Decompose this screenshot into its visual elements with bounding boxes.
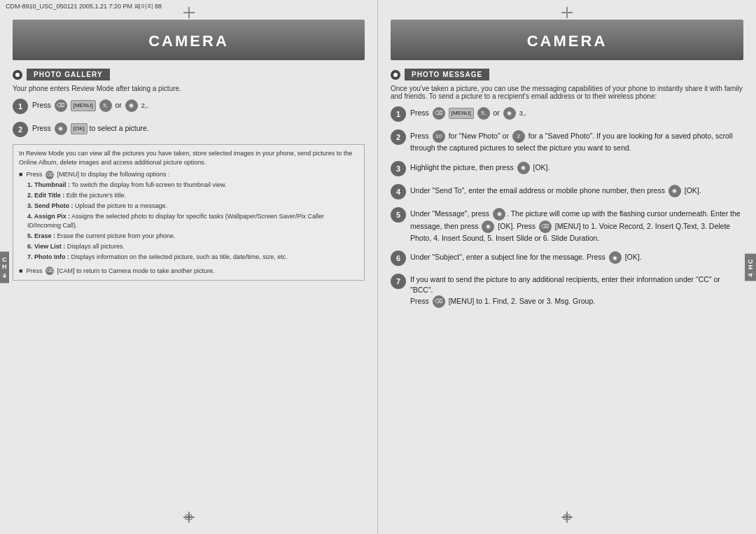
ch-label-h: H [2,262,7,269]
right-step-number-3: 3 [391,161,406,176]
ok-key-icon: ◉ [55,122,67,135]
section-title-right: PHOTO MESSAGE [405,69,489,80]
section-title: PHOTO GALLERY [27,69,110,80]
step-7-right: 7 If you want to send the picture to any… [391,273,743,307]
ch-number: 4 [3,272,6,279]
cam-icon-sm: ⌫ [46,267,54,275]
ch-label: C [2,255,7,262]
ch-r-number: 4 [747,272,754,276]
step-2-text: Press ◉ [OK] to select a picture. [32,121,365,135]
step-number-2: 2 [13,122,28,137]
key-3-right: ◉ [503,107,516,120]
info-bullet-2: ■ Press ⌫ [CAM] to return to Camera mode… [19,267,358,276]
right-step-7-text: If you want to send the picture to any a… [410,273,743,307]
left-camera-header: CAMERA [13,20,365,60]
step-6-right: 6 Under "Subject", enter a subject line … [391,250,743,266]
left-page: CAMERA PHOTO GALLERY Your phone enters R… [0,0,378,534]
list-item-6: 6. View List : Displays all pictures. [27,242,358,251]
section-subtitle: Your phone enters Review Mode after taki… [13,85,365,92]
menu-key-7: ⌫ [433,295,445,308]
section-bullet-right [391,70,400,80]
section-bullet-icon [13,70,22,80]
page-number-right: 89 [563,514,570,521]
ch-r-label: C [747,258,754,264]
step-1-text: Press ⌫ [MENU] 5, or ◉ 2,. [32,98,365,112]
right-step-3-text: Highlight the picture, then press ◉ [OK]… [410,160,743,174]
right-step-number-6: 6 [391,251,406,266]
right-step-number-1: 1 [391,106,406,122]
step-1-right: 1 Press ⌫ [MENU] 5, or ◉ 3,. [391,106,743,122]
steps-container-left: 1 Press ⌫ [MENU] 5, or ◉ 2,. 2 Press ◉ [… [13,98,365,137]
menu-key: [MENU] [71,100,96,111]
ok-key-6: ◉ [609,251,622,264]
list-item-4: 4. Assign Pix : Assigns the selected pho… [27,212,358,230]
right-camera-header: CAMERA [391,20,743,60]
right-step-5-text: Under "Message", press ◉. The picture wi… [410,206,743,244]
right-step-4-text: Under "Send To", enter the email address… [410,183,743,197]
key-5-right: 5, [477,107,490,120]
bullet-icon: ■ [19,170,22,179]
step-1-left: 1 Press ⌫ [MENU] 5, or ◉ 2,. [13,98,365,114]
ch-sidebar-left: C H 4 [0,251,9,283]
menu-key-5: ⌫ [539,220,552,233]
bullet-text: Press ⌫ [MENU] to display the following … [26,170,169,179]
bullet-icon-2: ■ [19,267,22,276]
menu-icon-sm: ⌫ [46,171,54,179]
right-step-number-4: 4 [391,184,406,199]
page-number-left: 88 [185,514,192,521]
step-4-right: 4 Under "Send To", enter the email addre… [391,183,743,199]
metadata-text: CDM-8910_USC_050121 2005.1.21 7:20 PM 페이… [6,3,162,10]
menu-key-right: [MENU] [449,108,474,118]
numbered-list: 1. Thumbnail : To switch the display fro… [27,181,358,262]
step-2-right: 2 Press 10 for "New Photo" or 2 for a "S… [391,129,743,153]
ok-key-4: ◉ [668,185,681,197]
info-box-left: In Review Mode you can view all the pict… [13,144,365,281]
section-subtitle-right: Once you've taken a picture, you can use… [391,85,743,100]
list-item-3: 3. Send Photo : Upload the picture to a … [27,202,358,211]
right-step-2-text: Press 10 for "New Photo" or 2 for a "Sav… [410,129,743,153]
right-step-number-2: 2 [391,129,406,145]
list-item-2: 2. Edit Title : Edit the picture's title… [27,191,358,200]
page-container: CDM-8910_USC_050121 2005.1.21 7:20 PM 페이… [0,0,756,534]
step-2-left: 2 Press ◉ [OK] to select a picture. [13,121,365,137]
cam-key-icon: ⌫ [55,99,67,112]
ch-sidebar-right: C H 4 [745,253,756,281]
key-2: ◉ [125,99,138,112]
ok-key: [OK] [71,123,88,134]
ok-key-5: ◉ [482,220,494,233]
right-step-number-7: 7 [391,274,406,289]
step-number-1: 1 [13,99,28,114]
right-page: CAMERA PHOTO MESSAGE Once you've taken a… [378,0,756,534]
right-step-number-5: 5 [391,207,406,223]
list-item-7: 7. Photo Info : Displays information on … [27,253,358,262]
right-step-1-text: Press ⌫ [MENU] 5, or ◉ 3,. [410,106,743,120]
step-5-right: 5 Under "Message", press ◉. The picture … [391,206,743,244]
top-metadata-bar: CDM-8910_USC_050121 2005.1.21 7:20 PM 페이… [0,0,756,13]
key-5: 5, [99,99,112,112]
photo-message-section-label: PHOTO MESSAGE [391,69,743,80]
bullet-2-text: Press ⌫ [CAM] to return to Camera mode t… [26,267,214,276]
right-step-6-text: Under "Subject", enter a subject line fo… [410,250,743,264]
key-10: 10 [433,130,445,143]
cam-key-right: ⌫ [433,107,445,120]
steps-container-right: 1 Press ⌫ [MENU] 5, or ◉ 3,. 2 Press 10 … [391,106,743,308]
info-intro: In Review Mode you can view all the pict… [19,149,358,167]
key-2b: 2 [512,130,525,143]
info-bullet-1: ■ Press ⌫ [MENU] to display the followin… [19,170,358,179]
ch-r-h: H [747,263,754,269]
key-msg: ◉ [493,208,505,220]
step-3-right: 3 Highlight the picture, then press ◉ [O… [391,160,743,176]
photo-gallery-section-label: PHOTO GALLERY [13,69,365,80]
ok-key-3: ◉ [517,162,530,174]
list-item-1: 1. Thumbnail : To switch the display fro… [27,181,358,190]
list-item-5: 5. Erase : Erase the current picture fro… [27,232,358,241]
